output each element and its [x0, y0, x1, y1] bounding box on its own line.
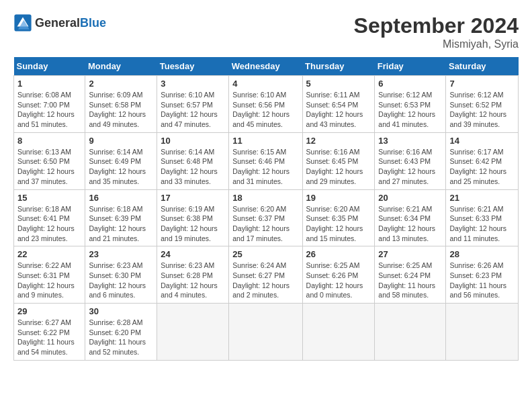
- day-number: 8: [17, 136, 81, 146]
- calendar-cell: 11 Sunrise: 6:15 AMSunset: 6:46 PMDaylig…: [229, 132, 302, 189]
- calendar-cell: 13 Sunrise: 6:16 AMSunset: 6:43 PMDaylig…: [375, 132, 446, 189]
- day-number: 9: [89, 136, 153, 146]
- day-info: Sunrise: 6:26 AMSunset: 6:23 PMDaylight:…: [449, 261, 515, 300]
- location-title: Mismiyah, Syria: [354, 38, 519, 50]
- calendar-cell: 17 Sunrise: 6:19 AMSunset: 6:38 PMDaylig…: [157, 189, 229, 246]
- calendar-cell: 8 Sunrise: 6:13 AMSunset: 6:50 PMDayligh…: [14, 132, 85, 189]
- column-header-thursday: Thursday: [302, 57, 375, 76]
- day-info: Sunrise: 6:14 AMSunset: 6:49 PMDaylight:…: [89, 147, 153, 187]
- day-info: Sunrise: 6:10 AMSunset: 6:56 PMDaylight:…: [232, 90, 298, 130]
- calendar-week-row: 29 Sunrise: 6:27 AMSunset: 6:22 PMDaylig…: [14, 304, 519, 361]
- day-info: Sunrise: 6:13 AMSunset: 6:50 PMDaylight:…: [17, 147, 81, 187]
- day-info: Sunrise: 6:12 AMSunset: 6:52 PMDaylight:…: [449, 90, 515, 130]
- logo-general: General: [35, 16, 80, 30]
- calendar-week-row: 15 Sunrise: 6:18 AMSunset: 6:41 PMDaylig…: [14, 189, 519, 246]
- calendar-cell: [375, 304, 446, 361]
- day-number: 28: [449, 249, 515, 259]
- page-header: GeneralBlue September 2024 Mismiyah, Syr…: [13, 13, 519, 50]
- calendar-week-row: 8 Sunrise: 6:13 AMSunset: 6:50 PMDayligh…: [14, 132, 519, 189]
- day-info: Sunrise: 6:10 AMSunset: 6:57 PMDaylight:…: [161, 90, 225, 130]
- day-number: 18: [232, 193, 298, 203]
- day-number: 19: [306, 193, 371, 203]
- day-number: 26: [306, 249, 371, 259]
- calendar-cell: 2 Sunrise: 6:09 AMSunset: 6:58 PMDayligh…: [85, 76, 157, 133]
- calendar-cell: 6 Sunrise: 6:12 AMSunset: 6:53 PMDayligh…: [375, 76, 446, 133]
- day-number: 14: [449, 136, 515, 146]
- day-number: 22: [17, 249, 81, 259]
- day-info: Sunrise: 6:21 AMSunset: 6:33 PMDaylight:…: [449, 204, 515, 244]
- day-number: 21: [449, 193, 515, 203]
- day-info: Sunrise: 6:25 AMSunset: 6:26 PMDaylight:…: [306, 261, 371, 300]
- day-info: Sunrise: 6:27 AMSunset: 6:22 PMDaylight:…: [17, 318, 81, 357]
- day-info: Sunrise: 6:17 AMSunset: 6:42 PMDaylight:…: [449, 147, 515, 187]
- column-header-sunday: Sunday: [14, 57, 85, 76]
- day-number: 10: [161, 136, 225, 146]
- day-info: Sunrise: 6:23 AMSunset: 6:30 PMDaylight:…: [89, 261, 153, 300]
- day-number: 1: [17, 79, 81, 89]
- calendar-cell: 19 Sunrise: 6:20 AMSunset: 6:35 PMDaylig…: [302, 189, 375, 246]
- calendar-cell: 5 Sunrise: 6:11 AMSunset: 6:54 PMDayligh…: [302, 76, 375, 133]
- day-info: Sunrise: 6:22 AMSunset: 6:31 PMDaylight:…: [17, 261, 81, 300]
- day-info: Sunrise: 6:16 AMSunset: 6:43 PMDaylight:…: [378, 147, 442, 187]
- column-header-wednesday: Wednesday: [229, 57, 302, 76]
- day-info: Sunrise: 6:24 AMSunset: 6:27 PMDaylight:…: [232, 261, 298, 300]
- day-info: Sunrise: 6:28 AMSunset: 6:20 PMDaylight:…: [89, 318, 153, 357]
- calendar-cell: 29 Sunrise: 6:27 AMSunset: 6:22 PMDaylig…: [14, 304, 85, 361]
- calendar-cell: [302, 304, 375, 361]
- day-number: 4: [232, 79, 298, 89]
- calendar-cell: 15 Sunrise: 6:18 AMSunset: 6:41 PMDaylig…: [14, 189, 85, 246]
- day-number: 30: [89, 306, 153, 316]
- column-header-monday: Monday: [85, 57, 157, 76]
- logo-icon: [13, 13, 32, 32]
- day-number: 7: [449, 79, 515, 89]
- logo-text: GeneralBlue: [35, 16, 106, 30]
- day-info: Sunrise: 6:18 AMSunset: 6:39 PMDaylight:…: [89, 204, 153, 244]
- calendar-week-row: 22 Sunrise: 6:22 AMSunset: 6:31 PMDaylig…: [14, 246, 519, 304]
- day-number: 6: [378, 79, 442, 89]
- calendar-cell: 21 Sunrise: 6:21 AMSunset: 6:33 PMDaylig…: [446, 189, 519, 246]
- calendar-cell: 1 Sunrise: 6:08 AMSunset: 7:00 PMDayligh…: [14, 76, 85, 133]
- day-info: Sunrise: 6:09 AMSunset: 6:58 PMDaylight:…: [89, 90, 153, 130]
- calendar-cell: 28 Sunrise: 6:26 AMSunset: 6:23 PMDaylig…: [446, 246, 519, 304]
- day-number: 11: [232, 136, 298, 146]
- calendar-cell: [446, 304, 519, 361]
- calendar-cell: 4 Sunrise: 6:10 AMSunset: 6:56 PMDayligh…: [229, 76, 302, 133]
- calendar-cell: 12 Sunrise: 6:16 AMSunset: 6:45 PMDaylig…: [302, 132, 375, 189]
- day-info: Sunrise: 6:18 AMSunset: 6:41 PMDaylight:…: [17, 204, 81, 244]
- calendar-week-row: 1 Sunrise: 6:08 AMSunset: 7:00 PMDayligh…: [14, 76, 519, 133]
- day-number: 16: [89, 193, 153, 203]
- day-info: Sunrise: 6:20 AMSunset: 6:35 PMDaylight:…: [306, 204, 371, 244]
- day-number: 20: [378, 193, 442, 203]
- day-number: 13: [378, 136, 442, 146]
- calendar-cell: 30 Sunrise: 6:28 AMSunset: 6:20 PMDaylig…: [85, 304, 157, 361]
- calendar-cell: 22 Sunrise: 6:22 AMSunset: 6:31 PMDaylig…: [14, 246, 85, 304]
- day-info: Sunrise: 6:11 AMSunset: 6:54 PMDaylight:…: [306, 90, 371, 130]
- calendar-cell: 24 Sunrise: 6:23 AMSunset: 6:28 PMDaylig…: [157, 246, 229, 304]
- day-number: 17: [161, 193, 225, 203]
- day-number: 27: [378, 249, 442, 259]
- day-number: 23: [89, 249, 153, 259]
- calendar-cell: 10 Sunrise: 6:14 AMSunset: 6:48 PMDaylig…: [157, 132, 229, 189]
- logo: GeneralBlue: [13, 13, 106, 32]
- calendar-cell: 18 Sunrise: 6:20 AMSunset: 6:37 PMDaylig…: [229, 189, 302, 246]
- day-info: Sunrise: 6:25 AMSunset: 6:24 PMDaylight:…: [378, 261, 442, 300]
- calendar-cell: 27 Sunrise: 6:25 AMSunset: 6:24 PMDaylig…: [375, 246, 446, 304]
- day-number: 5: [306, 79, 371, 89]
- calendar-cell: 3 Sunrise: 6:10 AMSunset: 6:57 PMDayligh…: [157, 76, 229, 133]
- title-block: September 2024 Mismiyah, Syria: [354, 13, 519, 50]
- column-header-friday: Friday: [375, 57, 446, 76]
- calendar-table: SundayMondayTuesdayWednesdayThursdayFrid…: [13, 57, 519, 361]
- day-number: 12: [306, 136, 371, 146]
- calendar-cell: 9 Sunrise: 6:14 AMSunset: 6:49 PMDayligh…: [85, 132, 157, 189]
- day-number: 2: [89, 79, 153, 89]
- calendar-cell: 7 Sunrise: 6:12 AMSunset: 6:52 PMDayligh…: [446, 76, 519, 133]
- calendar-cell: 26 Sunrise: 6:25 AMSunset: 6:26 PMDaylig…: [302, 246, 375, 304]
- calendar-cell: 20 Sunrise: 6:21 AMSunset: 6:34 PMDaylig…: [375, 189, 446, 246]
- calendar-cell: 23 Sunrise: 6:23 AMSunset: 6:30 PMDaylig…: [85, 246, 157, 304]
- day-info: Sunrise: 6:19 AMSunset: 6:38 PMDaylight:…: [161, 204, 225, 244]
- calendar-header-row: SundayMondayTuesdayWednesdayThursdayFrid…: [14, 57, 519, 76]
- day-info: Sunrise: 6:14 AMSunset: 6:48 PMDaylight:…: [161, 147, 225, 187]
- calendar-cell: 16 Sunrise: 6:18 AMSunset: 6:39 PMDaylig…: [85, 189, 157, 246]
- day-info: Sunrise: 6:15 AMSunset: 6:46 PMDaylight:…: [232, 147, 298, 187]
- day-number: 24: [161, 249, 225, 259]
